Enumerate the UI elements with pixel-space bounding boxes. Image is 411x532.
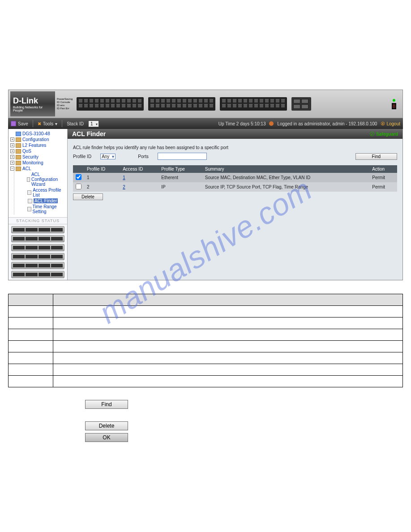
logout-icon: ⦿	[381, 121, 385, 126]
uptime-text: Up Time 2 days 5:10:13	[218, 121, 266, 126]
sidebar: DGS-3100-48 +Configuration+L2 Features+Q…	[9, 129, 68, 280]
cell-summary: Source MAC, Destination MAC, Ether Type,…	[202, 173, 369, 182]
expand-icon[interactable]: +	[10, 161, 14, 165]
toolbar: Save ✖ Tools ▾ Stack ID 1 ▾ Up Time 2 da…	[8, 118, 403, 129]
folder-icon	[16, 161, 21, 165]
tree-folder[interactable]: +Monitoring	[10, 160, 65, 166]
folder-icon	[16, 167, 21, 171]
tree-folder[interactable]: +L2 Features	[10, 142, 65, 148]
expand-icon[interactable]: +	[10, 155, 14, 159]
cell-profiletype: IP	[158, 182, 202, 192]
stacking-header: STACKING STATUS	[9, 217, 67, 224]
table-row: 2 2 IP Source IP, TCP Source Port, TCP F…	[73, 182, 397, 192]
doc-delete-button[interactable]: Delete	[85, 421, 128, 430]
table-row	[9, 329, 403, 341]
tree-folder[interactable]: +QoS	[10, 148, 65, 154]
page-icon	[28, 199, 32, 203]
content-titlebar: ACL Finder ✓ Safeguard	[68, 129, 402, 139]
table-row	[9, 306, 403, 317]
delete-button[interactable]: Delete	[73, 193, 103, 200]
cell-action: Permit	[369, 182, 397, 192]
floppy-icon	[11, 121, 16, 126]
table-row	[9, 341, 403, 352]
stackid-select[interactable]: 1 ▾	[88, 120, 99, 127]
save-button[interactable]: Save	[11, 121, 28, 126]
doc-find-button[interactable]: Find	[85, 400, 128, 409]
device-panel: D-Link Building Networks for People Powe…	[8, 90, 403, 118]
tree-root[interactable]: DGS-3100-48	[10, 131, 65, 137]
col-accessid: Access ID	[120, 165, 158, 173]
filter-row: Profile ID Any ▾ Ports Find	[73, 153, 397, 160]
col-check	[73, 165, 84, 173]
folder-icon	[16, 149, 21, 154]
stacking-unit[interactable]	[11, 271, 64, 278]
tools-menu[interactable]: ✖ Tools ▾	[38, 121, 57, 126]
doc-find-row: Find	[85, 400, 403, 409]
col-action: Action	[369, 165, 397, 173]
ports-input[interactable]	[158, 153, 207, 160]
tree-folder-acl[interactable]: − ACL	[10, 166, 65, 172]
stack-id-display: 8	[392, 103, 396, 109]
parameter-table	[8, 294, 403, 387]
cell-action: Permit	[369, 173, 397, 182]
wrench-icon: ✖	[38, 121, 41, 126]
stacking-unit[interactable]	[11, 244, 64, 251]
tree-folder[interactable]: +Security	[10, 154, 65, 160]
doc-ok-button[interactable]: OK	[85, 433, 128, 442]
tree-leaf[interactable]: ACL Finder	[22, 198, 65, 204]
brand-tagline: Building Networks for People	[13, 106, 52, 112]
nav-tree: DGS-3100-48 +Configuration+L2 Features+Q…	[9, 129, 67, 217]
folder-icon	[16, 137, 21, 142]
access-id-link[interactable]: 2	[123, 184, 125, 189]
folder-icon	[16, 155, 21, 159]
port-bank-2	[148, 97, 215, 111]
device-icon	[16, 132, 21, 136]
expand-icon[interactable]: +	[10, 137, 14, 142]
tree-leaf[interactable]: Time Range Setting	[22, 204, 65, 215]
tree-leaf[interactable]: Access Profile List	[22, 187, 65, 198]
find-button[interactable]: Find	[355, 153, 397, 160]
table-row	[9, 352, 403, 364]
stacking-unit[interactable]	[11, 253, 64, 260]
stacking-unit[interactable]	[11, 235, 64, 242]
row-checkbox[interactable]	[76, 174, 81, 180]
power-led-icon	[393, 99, 395, 102]
sfp-block	[291, 97, 311, 111]
tree-folder[interactable]: +Configuration	[10, 137, 65, 142]
workspace: DGS-3100-48 +Configuration+L2 Features+Q…	[8, 129, 403, 280]
param-header-desc	[53, 294, 403, 306]
collapse-icon[interactable]: −	[10, 167, 14, 171]
stacking-unit[interactable]	[11, 262, 64, 269]
logout-button[interactable]: ⦿ Logout	[381, 121, 400, 126]
safeguard-badge: ✓ Safeguard	[370, 132, 398, 137]
expand-icon[interactable]: +	[10, 143, 14, 147]
tree-leaf[interactable]: ACL Configuration Wizard	[22, 172, 65, 187]
brand-text: D-Link	[13, 96, 52, 106]
device-status-led: 8	[387, 91, 401, 116]
table-row	[9, 317, 403, 329]
cell-profiletype: Etherent	[158, 173, 202, 182]
doc-delete-row: Delete	[85, 421, 403, 430]
row-checkbox[interactable]	[76, 184, 81, 189]
page-icon	[27, 207, 31, 211]
col-summary: Summary	[202, 165, 369, 173]
access-id-link[interactable]: 1	[123, 175, 125, 180]
cell-profileid: 2	[84, 182, 120, 192]
page-icon	[27, 190, 31, 195]
page-icon	[27, 177, 30, 182]
doc-ok-row: OK	[85, 433, 403, 442]
table-row: 1 1 Etherent Source MAC, Destination MAC…	[73, 173, 397, 182]
port-bank-3	[220, 97, 287, 111]
helper-text: ACL rule finder helps you identify any r…	[73, 145, 397, 150]
profileid-select[interactable]: Any ▾	[100, 154, 116, 159]
ports-label: Ports	[138, 154, 148, 159]
cell-profileid: 1	[84, 173, 120, 182]
stacking-unit[interactable]	[11, 226, 64, 233]
caret-down-icon: ▾	[55, 121, 57, 126]
stackid-label: Stack ID	[67, 121, 84, 126]
user-icon	[269, 121, 274, 126]
expand-icon[interactable]: +	[10, 149, 14, 153]
table-row	[9, 376, 403, 387]
device-ports	[74, 97, 387, 111]
caret-down-icon: ▾	[96, 122, 98, 126]
